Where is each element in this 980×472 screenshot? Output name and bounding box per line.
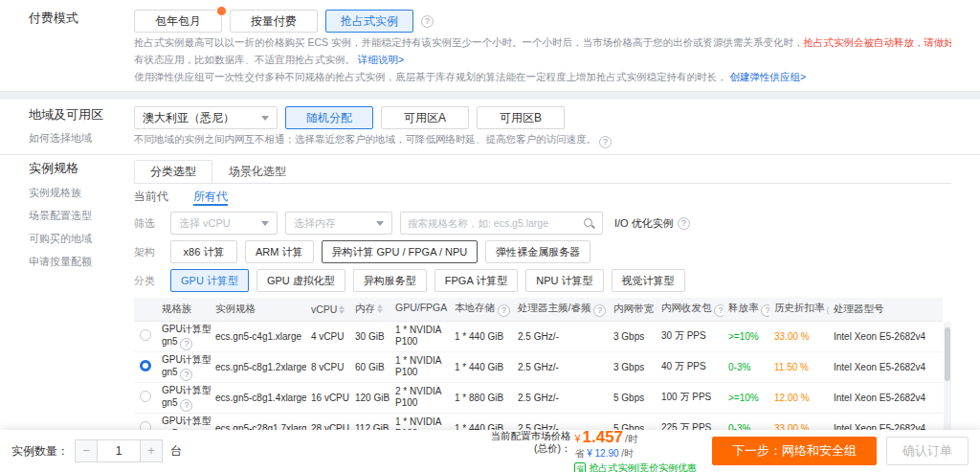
- side-link-scenario-config[interactable]: 场景配置选型: [29, 209, 134, 223]
- region-select-value: 澳大利亚（悉尼）: [143, 110, 234, 126]
- zone-random-label: 随机分配: [306, 111, 352, 124]
- col-radio: [134, 298, 157, 321]
- col-release-rate: 释放率 ?: [724, 298, 769, 321]
- io-optimized-help-icon[interactable]: ?: [678, 217, 690, 230]
- price-area: 当前配置市场价格(总价)： ¥ 1.457 /时 省 ¥ 12.90 /时 省 …: [479, 428, 697, 472]
- next-step-button[interactable]: 下一步：网络和安全组: [712, 437, 877, 465]
- filter-label: 筛选: [134, 216, 163, 231]
- spec-label: 实例规格: [29, 160, 134, 177]
- zone-b-button[interactable]: 可用区B: [477, 106, 565, 129]
- arch-heterogeneous-button[interactable]: 异构计算 GPU / FPGA / NPU: [322, 240, 479, 263]
- spec-row-radio-selected[interactable]: [140, 360, 151, 371]
- region-select[interactable]: 澳大利亚（悉尼）: [134, 106, 278, 129]
- category-row: 分类 GPU 计算型 GPU 虚拟化型 异构服务型 FPGA 计算型 NPU 计…: [134, 269, 951, 292]
- zone-random-button[interactable]: 随机分配: [285, 106, 373, 129]
- spec-table-row[interactable]: GPU计算型gn5 ? ecs.gn5-c4g1.xlarge 4 vCPU 3…: [134, 321, 943, 351]
- table-scrollbar-thumb[interactable]: [945, 327, 950, 381]
- cat-visual-button[interactable]: 视觉计算型: [612, 269, 685, 292]
- col-pps[interactable]: 内网收发包 ?: [657, 298, 724, 321]
- chevron-down-icon: [376, 221, 384, 226]
- architecture-row: 架构 x86 计算 ARM 计算 异构计算 GPU / FPGA / NPU 弹…: [134, 240, 951, 263]
- arch-x86-button[interactable]: x86 计算: [170, 240, 237, 263]
- side-link-quota-request[interactable]: 申请按量配额: [29, 255, 134, 269]
- tab-scenario-select[interactable]: 场景化选型: [212, 160, 302, 183]
- col-bandwidth[interactable]: 内网带宽: [609, 298, 657, 321]
- spec-row-radio[interactable]: [140, 391, 151, 402]
- ecs-purchase-page: 付费模式 包年包月 按量付费 抢占式实例 ? 抢: [0, 0, 980, 444]
- spec-search-input[interactable]: [408, 217, 583, 229]
- search-icon[interactable]: [583, 217, 595, 230]
- billing-spot-label: 抢占式实例: [341, 14, 398, 28]
- billing-subscription-label: 包年包月: [155, 14, 201, 28]
- category-label: 分类: [134, 274, 163, 288]
- io-optimized-label: I/O 优化实例: [614, 216, 674, 231]
- region-help-icon[interactable]: ?: [599, 136, 612, 148]
- vcpu-select[interactable]: 选择 vCPU: [170, 212, 278, 235]
- region-section: 地域及可用区 如何选择地域 澳大利亚（悉尼） 随机分配 可用区A: [0, 100, 980, 155]
- gen-current-tab[interactable]: 当前代: [134, 189, 168, 206]
- col-vcpu[interactable]: vCPU: [306, 298, 350, 321]
- billing-mode-label: 付费模式: [29, 10, 134, 27]
- arch-baremetal-button[interactable]: 弹性裸金属服务器: [485, 240, 590, 263]
- spec-table-row[interactable]: GPU计算型gn5 ? ecs.gn5-c8g1.4xlarge 16 vCPU…: [134, 382, 943, 413]
- instance-spec-section: 实例规格 实例规格族 场景配置选型 可购买的地域 申请按量配额 分类选型 场景化…: [0, 155, 980, 444]
- savings-line: 省 ¥ 12.90 /时: [574, 447, 634, 461]
- help-icon[interactable]: ?: [498, 304, 510, 317]
- spot-details-link[interactable]: 详细说明>: [358, 54, 404, 65]
- region-label: 地域及可用区: [29, 106, 134, 124]
- help-icon[interactable]: ?: [714, 304, 724, 317]
- billing-subscription-button[interactable]: 包年包月: [134, 10, 222, 33]
- side-link-spec-family[interactable]: 实例规格族: [29, 186, 134, 200]
- cat-heterogeneous-service-button[interactable]: 异构服务型: [353, 269, 427, 292]
- cat-gpu-virtual-button[interactable]: GPU 虚拟化型: [256, 269, 345, 292]
- quantity-increase-button[interactable]: +: [140, 439, 163, 462]
- region-desc-text: 不同地域的实例之间内网互不相通；选择靠近您客户的地域，可降低网络时延、提高您客户…: [134, 133, 596, 145]
- spot-release-warning-text: 抢占式实例会被自动释放，请做好数据备份工作。: [803, 36, 951, 48]
- billing-help-icon[interactable]: ?: [421, 15, 434, 28]
- col-cpu-model: 处理器型号: [829, 298, 943, 321]
- help-icon[interactable]: ?: [593, 304, 606, 317]
- arch-arm-button[interactable]: ARM 计算: [245, 240, 314, 263]
- quantity-decrease-button[interactable]: −: [75, 439, 98, 462]
- quantity-input[interactable]: [98, 439, 140, 462]
- help-icon[interactable]: ?: [761, 304, 769, 317]
- spec-table: 规格族 实例规格 vCPU 内存 GPU/FPGA ? 本地存储 ? 处理器主频…: [134, 298, 951, 444]
- zone-a-label: 可用区A: [404, 111, 446, 124]
- spec-search-box: [400, 212, 603, 235]
- spec-row-radio[interactable]: [140, 329, 151, 341]
- gen-all-tab[interactable]: 所有代: [193, 189, 228, 206]
- savings-amount: ¥ 12.90: [587, 448, 618, 459]
- sort-icon: [339, 305, 345, 314]
- spot-desc-text: 抢占式实例最高可以以一折的价格购买 ECS 实例，并能稳定持有该实例至少一个小时…: [134, 36, 803, 48]
- memory-select[interactable]: 选择内存: [285, 212, 392, 235]
- help-icon[interactable]: ?: [827, 304, 829, 317]
- cat-npu-button[interactable]: NPU 计算型: [525, 269, 603, 292]
- help-icon[interactable]: ?: [180, 369, 192, 381]
- tab-category-select[interactable]: 分类选型: [134, 160, 212, 183]
- how-to-choose-region-link[interactable]: 如何选择地域: [29, 131, 134, 146]
- side-link-purchasable-regions[interactable]: 可购买的地域: [29, 232, 134, 246]
- promo-line: 省 抢占式实例|竞价实例优惠: [574, 461, 697, 472]
- spec-table-row[interactable]: GPU计算型gn5 ? ecs.gn5-c8g1.2xlarge 8 vCPU …: [134, 351, 943, 382]
- col-memory[interactable]: 内存: [350, 298, 390, 321]
- help-icon[interactable]: ?: [180, 399, 192, 412]
- table-scrollbar[interactable]: [944, 322, 951, 443]
- spot-stateful-desc-text: 有状态应用，比如数据库、不适宜用抢占式实例。: [134, 54, 355, 65]
- col-cpu-frequency: 处理器主频/睿频 ?: [513, 298, 609, 321]
- billing-spot-button[interactable]: 抢占式实例: [325, 10, 413, 33]
- price-label: 当前配置市场价格(总价)：: [479, 430, 570, 455]
- cat-gpu-compute-button[interactable]: GPU 计算型: [170, 269, 249, 292]
- col-discount[interactable]: 历史折扣率 ?: [769, 298, 829, 321]
- help-icon[interactable]: ?: [180, 338, 192, 350]
- price-unit: /时: [625, 433, 637, 446]
- col-gpu: GPU/FPGA ?: [390, 298, 450, 321]
- zone-b-label: 可用区B: [500, 111, 542, 124]
- confirm-order-button[interactable]: 确认订单: [886, 437, 969, 465]
- create-elastic-supply-group-link[interactable]: 创建弹性供应组>: [729, 71, 806, 82]
- elastic-supply-desc-text: 使用弹性供应组可一次性交付多种不同规格的抢占式实例，底层基于库存规划的算法能在一…: [134, 71, 727, 82]
- cat-fpga-button[interactable]: FPGA 计算型: [434, 269, 518, 292]
- billing-payg-button[interactable]: 按量付费: [230, 10, 318, 33]
- zone-a-button[interactable]: 可用区A: [381, 106, 469, 129]
- architecture-label: 架构: [134, 245, 163, 259]
- price-value: 1.457: [583, 428, 624, 447]
